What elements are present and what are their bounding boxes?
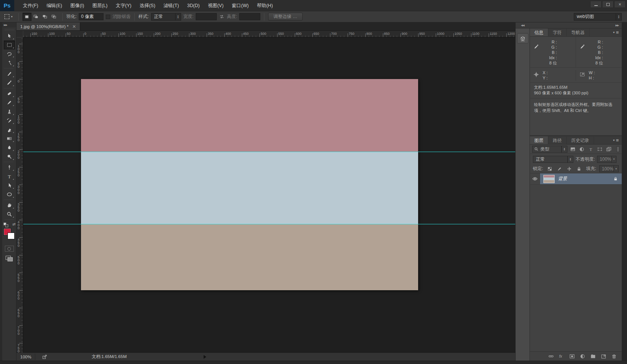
- default-colors-icon[interactable]: [5, 224, 8, 227]
- filter-type-layers-icon[interactable]: T: [587, 146, 594, 152]
- subtract-from-selection-button[interactable]: [40, 13, 50, 21]
- tool-dodge[interactable]: [4, 152, 15, 161]
- fill-field[interactable]: 100% ▼: [599, 165, 619, 172]
- tools-collapse-button[interactable]: ▶▶: [2, 22, 16, 27]
- tool-gradient[interactable]: [4, 134, 15, 143]
- collapsed-panel-button[interactable]: [517, 33, 528, 43]
- antialias-checkbox[interactable]: [106, 15, 110, 19]
- filter-pixel-layers-icon[interactable]: [569, 146, 576, 152]
- layers-tab-2[interactable]: 历史记录: [567, 136, 594, 144]
- lock-all-icon[interactable]: [575, 166, 582, 172]
- info-panel-menu-icon[interactable]: ▼≡: [612, 28, 622, 36]
- layer-style-fx-icon[interactable]: fx: [559, 354, 564, 359]
- eyedropper-icon[interactable]: [576, 39, 589, 66]
- tool-history-brush[interactable]: [4, 116, 15, 125]
- lock-image-pixels-icon[interactable]: [556, 166, 563, 172]
- menubar-item-1[interactable]: 编辑(E): [42, 0, 66, 11]
- menubar-item-8[interactable]: 视图(V): [204, 0, 228, 11]
- filter-smart-objects-icon[interactable]: [605, 146, 612, 152]
- feather-input[interactable]: 0 像素: [79, 13, 104, 20]
- menubar-item-2[interactable]: 图像(I): [66, 0, 88, 11]
- add-to-selection-button[interactable]: [32, 13, 40, 21]
- canvas-image[interactable]: [81, 79, 418, 290]
- workspace-switcher[interactable]: web切图 ▲▼: [574, 13, 622, 21]
- tool-pen[interactable]: [4, 163, 15, 172]
- layer-filter-toggle[interactable]: [616, 146, 620, 152]
- status-export-icon[interactable]: [42, 354, 47, 360]
- info-tab-2[interactable]: 导航器: [567, 28, 590, 36]
- menubar-item-9[interactable]: 窗口(W): [228, 0, 253, 11]
- minimize-button[interactable]: [590, 1, 602, 8]
- filter-adjustment-layers-icon[interactable]: [578, 146, 585, 152]
- layer-filter-type-dropdown[interactable]: 类型 ▲▼: [532, 146, 567, 153]
- lock-transparent-pixels-icon[interactable]: [546, 166, 553, 172]
- tool-spot-healing-brush[interactable]: [4, 89, 15, 98]
- blend-mode-dropdown[interactable]: 正常 ▲▼: [533, 156, 573, 163]
- tab-close-icon[interactable]: ✕: [72, 24, 76, 29]
- link-layers-icon[interactable]: [548, 354, 554, 359]
- tool-slice[interactable]: [4, 69, 15, 78]
- layers-panel-menu-icon[interactable]: ▼≡: [612, 136, 622, 144]
- expand-dock-icon[interactable]: ◀◀: [521, 24, 524, 27]
- layers-tab-1[interactable]: 路径: [548, 136, 567, 144]
- new-layer-icon[interactable]: [601, 354, 606, 359]
- tool-brush[interactable]: [4, 98, 15, 107]
- tool-blur[interactable]: [4, 143, 15, 152]
- tool-type[interactable]: T: [4, 172, 15, 181]
- tools-grip[interactable]: [4, 28, 14, 31]
- width-input[interactable]: [196, 13, 217, 20]
- lock-position-icon[interactable]: [566, 166, 573, 172]
- opacity-field[interactable]: 100% ▼: [597, 156, 616, 163]
- style-dropdown[interactable]: 正常 ▲▼: [151, 13, 181, 21]
- zoom-level-field[interactable]: 100%: [16, 355, 35, 359]
- horizontal-ruler[interactable]: 1501005005010015020025030035040045050055…: [23, 31, 515, 37]
- tool-magic-wand[interactable]: [4, 58, 15, 67]
- new-group-icon[interactable]: [590, 354, 596, 359]
- tool-zoom[interactable]: [4, 210, 15, 219]
- tool-rectangular-marquee[interactable]: [4, 40, 15, 49]
- tool-eraser[interactable]: [4, 125, 15, 134]
- tool-preset-picker[interactable]: ▼: [3, 14, 15, 19]
- info-tab-0[interactable]: 信息: [530, 28, 548, 36]
- delete-layer-icon[interactable]: [611, 354, 617, 359]
- intersect-selection-button[interactable]: [50, 13, 58, 21]
- layer-visibility-toggle[interactable]: [530, 173, 540, 184]
- ruler-origin-corner[interactable]: [16, 31, 23, 37]
- tool-hand[interactable]: [4, 201, 15, 210]
- menubar-item-4[interactable]: 文字(Y): [112, 0, 136, 11]
- canvas-viewport[interactable]: [23, 37, 515, 352]
- add-layer-mask-icon[interactable]: [569, 354, 575, 359]
- swap-width-height-icon[interactable]: [219, 14, 225, 19]
- tool-lasso[interactable]: [4, 49, 15, 58]
- menubar-item-5[interactable]: 选择(S): [135, 0, 159, 11]
- tool-ellipse-shape[interactable]: [4, 190, 15, 199]
- eyedropper-icon[interactable]: [530, 39, 543, 66]
- menubar-item-7[interactable]: 3D(D): [183, 0, 204, 11]
- tool-path-selection[interactable]: [4, 181, 15, 190]
- close-button[interactable]: ×: [614, 1, 626, 8]
- swap-colors-icon[interactable]: ⇄: [12, 222, 15, 226]
- menubar-item-0[interactable]: 文件(F): [19, 0, 42, 11]
- new-selection-button[interactable]: [22, 13, 32, 21]
- filter-shape-layers-icon[interactable]: [596, 146, 603, 152]
- info-tab-1[interactable]: 字符: [548, 28, 567, 36]
- document-tab[interactable]: 1.jpg @ 100%(RGB/8#) * ✕: [16, 22, 80, 30]
- tool-move[interactable]: [4, 31, 15, 40]
- maximize-button[interactable]: [602, 1, 614, 8]
- height-input[interactable]: [239, 13, 260, 20]
- quick-mask-button[interactable]: [5, 246, 14, 252]
- refine-edge-button[interactable]: 调整边缘 …: [268, 13, 302, 21]
- layer-thumbnail[interactable]: [543, 175, 555, 183]
- menubar-item-6[interactable]: 滤镜(T): [159, 0, 183, 11]
- guide-y-200[interactable]: [23, 152, 515, 152]
- menubar-item-3[interactable]: 图层(L): [88, 0, 111, 11]
- background-color-swatch[interactable]: [8, 233, 15, 239]
- screen-mode-button[interactable]: [5, 255, 14, 262]
- guide-y-400[interactable]: [23, 224, 515, 224]
- new-adjustment-layer-icon[interactable]: [580, 354, 585, 359]
- tool-clone-stamp[interactable]: [4, 107, 15, 116]
- vertical-ruler[interactable]: 1 0 05 005 01 0 01 5 02 0 02 5 03 0 03 5…: [16, 37, 23, 352]
- menubar-item-10[interactable]: 帮助(H): [253, 0, 277, 11]
- panel-strip-grip[interactable]: [518, 30, 528, 32]
- collapse-dock-icon[interactable]: ▶▶: [615, 24, 619, 27]
